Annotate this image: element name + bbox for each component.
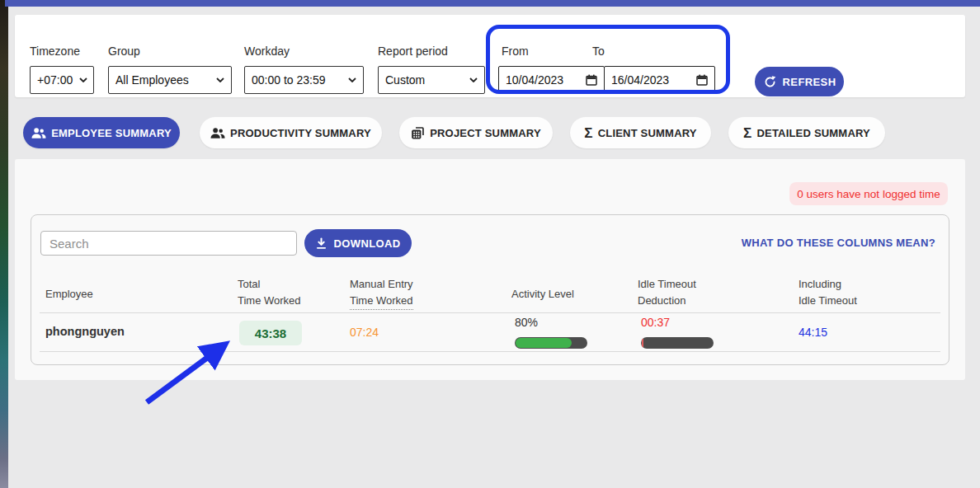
column-header-including-idle-timeout: Including Idle Timeout <box>799 276 857 309</box>
from-date-label: From <box>502 45 529 58</box>
download-button[interactable]: DOWNLOAD <box>304 229 412 257</box>
including-idle-timeout-value[interactable]: 44:15 <box>799 326 827 339</box>
tab-detailed-summary[interactable]: Σ DETAILED SUMMARY <box>728 117 885 148</box>
from-date-value: 10/04/2023 <box>506 73 563 87</box>
refresh-label: REFRESH <box>783 76 836 88</box>
refresh-button[interactable]: REFRESH <box>755 67 844 96</box>
tab-label: DETAILED SUMMARY <box>756 127 870 139</box>
tab-label: PRODUCTIVITY SUMMARY <box>230 127 371 139</box>
search-input[interactable] <box>40 231 297 256</box>
tab-client-summary[interactable]: Σ CLIENT SUMMARY <box>570 117 711 148</box>
header-divider <box>40 312 940 313</box>
header-line: Time Worked <box>238 293 301 309</box>
tab-label: EMPLOYEE SUMMARY <box>51 127 172 139</box>
column-header-total-time-worked: Total Time Worked <box>238 276 301 309</box>
download-label: DOWNLOAD <box>333 237 400 250</box>
people-icon <box>210 127 225 139</box>
group-label: Group <box>108 45 140 58</box>
calendar-icon[interactable] <box>696 74 708 86</box>
report-table-card: DOWNLOAD WHAT DO THESE COLUMNS MEAN? Emp… <box>31 214 949 365</box>
chevron-down-icon <box>216 77 224 82</box>
grid-icon <box>411 126 425 140</box>
tab-employee-summary[interactable]: EMPLOYEE SUMMARY <box>23 117 180 148</box>
column-header-idle-timeout-deduction: Idle Timeout Deduction <box>638 276 696 309</box>
header-line: Manual Entry <box>350 276 413 293</box>
total-time-worked-badge[interactable]: 43:38 <box>239 321 302 345</box>
chevron-down-icon <box>79 77 87 82</box>
header-line: Total <box>238 276 301 293</box>
tab-project-summary[interactable]: PROJECT SUMMARY <box>399 117 553 148</box>
employee-summary-panel: 0 users have not logged time DOWNLOAD WH… <box>15 159 965 380</box>
idle-timeout-deduction-value: 00:37 <box>641 316 670 329</box>
timezone-select[interactable]: +07:00 <box>30 66 94 94</box>
header-line: Including <box>799 276 857 293</box>
column-header-activity-level: Activity Level <box>511 286 574 303</box>
manual-entry-time: 07:24 <box>350 326 379 339</box>
idle-deduction-bar <box>641 337 714 349</box>
group-select[interactable]: All Employees <box>108 66 232 94</box>
calendar-icon[interactable] <box>586 74 597 86</box>
tab-productivity-summary[interactable]: PRODUCTIVITY SUMMARY <box>200 117 382 148</box>
report-period-select[interactable]: Custom <box>378 66 485 94</box>
to-date-value: 16/04/2023 <box>611 73 669 87</box>
from-date-input[interactable]: 10/04/2023 <box>498 66 605 94</box>
group-value: All Employees <box>115 73 210 87</box>
report-period-value: Custom <box>385 73 463 87</box>
workday-label: Workday <box>244 45 290 58</box>
activity-level-value: 80% <box>515 316 538 329</box>
column-header-manual-entry: Manual Entry Time Worked <box>350 276 413 310</box>
workday-value: 00:00 to 23:59 <box>252 73 342 87</box>
top-accent-bar <box>5 0 980 7</box>
employee-name[interactable]: phongnguyen <box>45 325 125 338</box>
tab-label: PROJECT SUMMARY <box>430 127 541 139</box>
header-line-tooltip[interactable]: Time Worked <box>350 293 413 310</box>
sigma-icon: Σ <box>743 126 751 140</box>
users-not-logged-badge: 0 users have not logged time <box>789 182 948 205</box>
refresh-icon <box>763 75 777 89</box>
chevron-down-icon <box>469 77 478 82</box>
columns-help-link[interactable]: WHAT DO THESE COLUMNS MEAN? <box>742 237 935 249</box>
background-photo-strip <box>0 0 8 488</box>
filter-panel: Timezone +07:00 Group All Employees Work… <box>15 15 965 97</box>
report-period-label: Report period <box>378 45 448 58</box>
idle-deduction-bar-fill <box>642 338 643 348</box>
download-icon <box>315 237 327 250</box>
header-line: Deduction <box>638 293 696 309</box>
to-date-label: To <box>592 45 605 58</box>
to-date-input[interactable]: 16/04/2023 <box>604 66 715 94</box>
column-header-employee: Employee <box>45 286 93 303</box>
activity-level-bar <box>515 337 587 349</box>
sigma-icon: Σ <box>584 126 592 140</box>
workday-select[interactable]: 00:00 to 23:59 <box>244 66 364 94</box>
tab-label: CLIENT SUMMARY <box>598 127 697 139</box>
header-line: Idle Timeout <box>638 276 696 293</box>
timezone-value: +07:00 <box>37 73 73 87</box>
chevron-down-icon <box>348 77 356 82</box>
activity-level-bar-fill <box>516 338 572 348</box>
header-line: Idle Timeout <box>799 293 857 309</box>
timezone-label: Timezone <box>30 45 80 58</box>
report-window: Timezone +07:00 Group All Employees Work… <box>0 0 980 488</box>
row-divider <box>40 351 940 352</box>
people-icon <box>31 127 46 139</box>
